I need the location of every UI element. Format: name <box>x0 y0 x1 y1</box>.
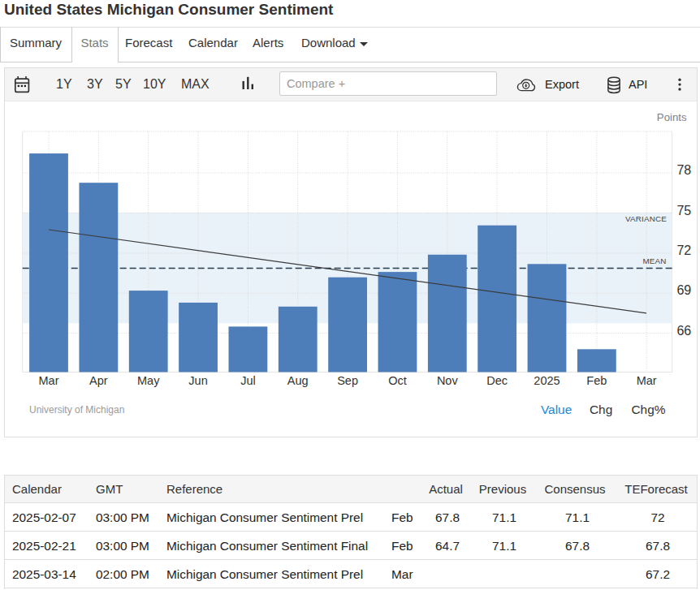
svg-text:72: 72 <box>676 243 691 257</box>
svg-text:78: 78 <box>676 163 691 177</box>
svg-text:Nov: Nov <box>437 374 459 387</box>
svg-text:Points: Points <box>657 111 687 123</box>
svg-text:66: 66 <box>676 324 691 338</box>
svg-text:Sep: Sep <box>337 374 358 387</box>
svg-text:Dec: Dec <box>486 374 508 387</box>
svg-text:Mar: Mar <box>39 374 59 387</box>
svg-text:VARIANCE: VARIANCE <box>625 214 667 223</box>
svg-text:University of Michigan: University of Michigan <box>29 404 124 416</box>
svg-text:Feb: Feb <box>586 374 607 387</box>
svg-text:Value: Value <box>541 403 572 416</box>
svg-text:Mar: Mar <box>637 374 657 387</box>
svg-text:Chg%: Chg% <box>632 403 666 416</box>
svg-text:75: 75 <box>676 204 691 217</box>
svg-text:May: May <box>137 374 160 387</box>
svg-text:69: 69 <box>676 283 691 297</box>
svg-text:Jun: Jun <box>188 374 207 387</box>
svg-text:Chg: Chg <box>590 403 612 416</box>
svg-text:Oct: Oct <box>388 374 407 387</box>
svg-text:Aug: Aug <box>287 374 309 387</box>
svg-text:Apr: Apr <box>89 374 108 387</box>
svg-text:2025: 2025 <box>534 374 560 387</box>
svg-text:MEAN: MEAN <box>642 256 666 265</box>
svg-text:Jul: Jul <box>240 374 256 387</box>
